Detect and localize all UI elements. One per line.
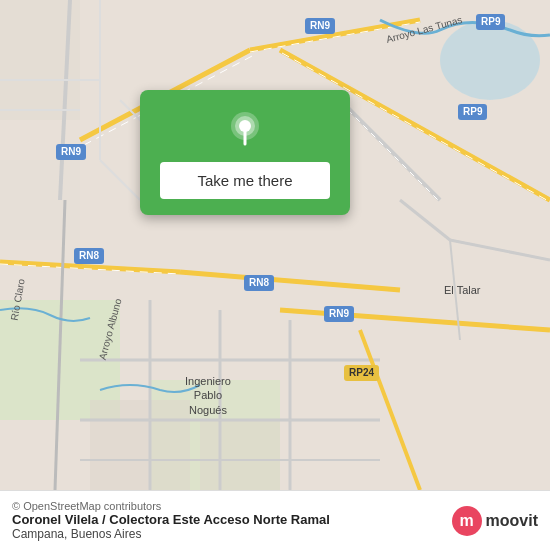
svg-line-27: [360, 330, 420, 490]
badge-rp24: RP24: [344, 365, 379, 381]
badge-rn8-left: RN8: [74, 248, 104, 264]
svg-line-31: [450, 240, 550, 260]
badge-rp9-far: RP9: [476, 14, 505, 30]
location-sub: Campana, Buenos Aires: [12, 527, 444, 541]
copyright-text: © OpenStreetMap contributors: [12, 500, 444, 512]
svg-rect-5: [90, 400, 190, 490]
map-container: RN9 RP9 RP9 RN9 RN8 RN8 RN9 RP24 Arroyo …: [0, 0, 550, 490]
location-name: Coronel Vilela / Colectora Este Acceso N…: [12, 512, 444, 527]
take-me-there-button[interactable]: Take me there: [160, 162, 330, 199]
badge-rn9-bottom: RN9: [324, 306, 354, 322]
moovit-m-icon: m: [452, 506, 482, 536]
bottom-bar: © OpenStreetMap contributors Coronel Vil…: [0, 490, 550, 550]
action-card: Take me there: [140, 90, 350, 215]
moovit-logo: m moovit: [452, 506, 538, 536]
badge-rn8-center: RN8: [244, 275, 274, 291]
svg-line-28: [100, 160, 140, 200]
svg-line-30: [400, 200, 450, 240]
badge-rp9-right: RP9: [458, 104, 487, 120]
svg-rect-6: [200, 420, 280, 490]
location-info: © OpenStreetMap contributors Coronel Vil…: [12, 500, 444, 541]
label-el-talar: El Talar: [444, 284, 480, 296]
badge-rn9-top: RN9: [305, 18, 335, 34]
svg-line-26: [280, 310, 550, 330]
svg-rect-4: [0, 160, 80, 240]
label-ingeniero-pablo-nogues: IngenieroPabloNogués: [185, 374, 231, 417]
svg-line-16: [340, 100, 440, 200]
svg-point-2: [440, 20, 540, 100]
moovit-text: moovit: [486, 512, 538, 530]
badge-rn9-left: RN9: [56, 144, 86, 160]
pin-icon: [223, 108, 267, 152]
svg-line-13: [180, 272, 400, 290]
